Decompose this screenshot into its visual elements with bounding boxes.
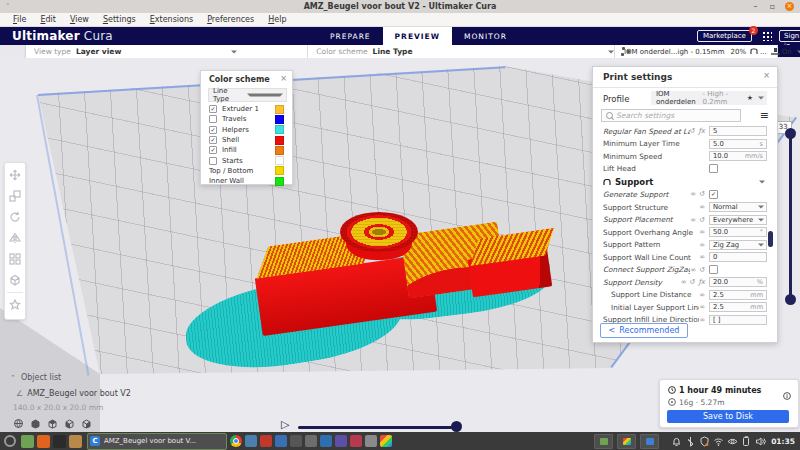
blue-app-icon[interactable]	[320, 435, 332, 447]
draw-app-icon[interactable]	[305, 435, 317, 447]
red-app-icon[interactable]	[260, 435, 272, 447]
menu-item-settings[interactable]: Settings	[96, 15, 143, 24]
fx-icon[interactable]: ƒx	[698, 127, 705, 135]
per-model-settings-icon[interactable]	[9, 253, 21, 265]
revert-icon[interactable]: ↺	[699, 266, 705, 274]
menu-item-help[interactable]: Help	[261, 15, 293, 24]
menu-item-preferences[interactable]: Preferences	[200, 15, 261, 24]
rotate-tool-icon[interactable]	[9, 211, 21, 223]
revert-icon[interactable]: ↺	[690, 127, 696, 135]
task-thumb-blue[interactable]	[640, 434, 659, 449]
scale-tool-icon[interactable]	[9, 190, 21, 202]
link-icon[interactable]: ∞	[699, 291, 705, 299]
simulation-slider[interactable]	[298, 426, 458, 429]
app-launcher-icon[interactable]	[4, 435, 16, 447]
taskbar-active-window[interactable]: C AMZ_Beugel voor bout V...	[87, 433, 227, 450]
battery-icon[interactable]	[741, 432, 752, 450]
menu-item-extensions[interactable]: Extensions	[143, 15, 200, 24]
search-settings-input[interactable]: Search settings	[601, 109, 741, 122]
setting-value[interactable]: 50.0°	[709, 227, 767, 237]
photos-app-icon[interactable]	[380, 435, 392, 447]
link-icon[interactable]: ∞	[681, 278, 687, 286]
setting-value[interactable]: 10.0mm/s	[709, 151, 767, 161]
line-type-dropdown[interactable]: Line Type	[208, 88, 287, 102]
checkbox-starts[interactable]	[209, 157, 217, 165]
orange-app-icon[interactable]	[37, 435, 50, 448]
close-icon[interactable]: ×	[763, 71, 770, 80]
checkbox-shell[interactable]: ✓	[209, 136, 217, 144]
bell-icon[interactable]	[671, 432, 682, 450]
view-top-icon[interactable]	[47, 418, 58, 429]
menu-item-view[interactable]: View	[63, 15, 96, 24]
link-icon[interactable]: ∞	[699, 203, 705, 211]
checkbox-extruder-1[interactable]: ✓	[209, 105, 217, 113]
setting-checkbox[interactable]: ✓	[709, 190, 718, 199]
save-to-disk-button[interactable]: Save to Disk	[667, 410, 789, 423]
fx-icon[interactable]: ƒx	[698, 278, 705, 286]
menu-item-edit[interactable]: Edit	[33, 15, 63, 24]
play-button[interactable]: ▷	[281, 418, 289, 431]
checkbox-travels[interactable]	[209, 115, 217, 123]
object-list-header[interactable]: ⌃Object list	[10, 373, 61, 382]
screens-app-icon[interactable]	[21, 435, 34, 448]
sign-in-button[interactable]: Sign in	[779, 30, 800, 42]
minimize-button[interactable]: –	[751, 2, 760, 11]
move-tool-icon[interactable]	[9, 169, 21, 181]
checkbox-infill[interactable]: ✓	[209, 146, 217, 154]
color-scheme-dropdown[interactable]: Line Type	[373, 47, 413, 56]
link-icon[interactable]: ∞	[699, 316, 705, 324]
link-icon[interactable]: ∞	[699, 253, 705, 261]
revert-icon[interactable]: ↺	[699, 216, 705, 224]
tab-preview[interactable]: PREVIEW	[383, 27, 452, 45]
chevron-down-icon[interactable]	[759, 180, 765, 186]
shield-icon[interactable]	[699, 432, 710, 450]
terminal-app-icon[interactable]	[53, 435, 66, 448]
setting-checkbox[interactable]	[709, 164, 718, 173]
setting-dropdown[interactable]: Zig Zag	[709, 240, 767, 250]
info-icon[interactable]	[783, 385, 791, 404]
marketplace-button[interactable]: Marketplace	[697, 30, 752, 42]
tab-prepare[interactable]: PREPARE	[318, 27, 383, 45]
raspberry-app-icon[interactable]	[350, 435, 362, 447]
close-button[interactable]: ×	[785, 2, 794, 11]
layer-slider-bottom-handle[interactable]	[785, 294, 796, 305]
pen-app-icon[interactable]	[365, 435, 377, 447]
grid-app-icon[interactable]	[290, 435, 302, 447]
link-icon[interactable]: ∞	[690, 216, 696, 224]
link-icon[interactable]: ∞	[699, 241, 705, 249]
setting-value[interactable]: [ ]	[709, 315, 767, 325]
object-list-item[interactable]: ∠AMZ_Beugel voor bout V2	[16, 389, 131, 398]
layer-slider[interactable]	[789, 133, 792, 299]
maximize-button[interactable]: ▫	[768, 2, 777, 11]
files-app-icon[interactable]	[69, 435, 82, 448]
chrome-icon[interactable]	[230, 435, 242, 447]
setting-value[interactable]: 2.5mm	[709, 302, 767, 312]
setting-value[interactable]: 5.0s	[709, 139, 767, 149]
task-thumb-photos[interactable]	[617, 434, 636, 449]
chevron-down-icon[interactable]	[231, 50, 237, 56]
setting-value[interactable]: 2.5mm	[709, 290, 767, 300]
wifi-icon[interactable]	[713, 432, 724, 450]
tab-monitor[interactable]: MONITOR	[452, 27, 519, 45]
view-left-icon[interactable]	[64, 418, 75, 429]
profile-dropdown[interactable]: IOM onderdelen - High - 0.2mm ★	[651, 91, 767, 105]
setting-value[interactable]: 20.0%	[709, 277, 767, 287]
application-switcher-icon[interactable]	[762, 31, 772, 41]
setting-value[interactable]: 0	[709, 252, 767, 262]
link-icon[interactable]: ∞	[690, 190, 696, 198]
link-icon[interactable]: ∞	[690, 266, 696, 274]
revert-icon[interactable]: ↺	[699, 190, 705, 198]
view-right-icon[interactable]	[81, 418, 92, 429]
bluetooth-icon[interactable]	[685, 432, 696, 450]
link-icon[interactable]: ∞	[699, 228, 705, 236]
settings-menu-icon[interactable]: ≡	[760, 109, 769, 122]
mail-app-icon[interactable]	[245, 435, 257, 447]
setting-dropdown[interactable]: Normal	[709, 202, 767, 212]
checkbox-helpers[interactable]: ✓	[209, 126, 217, 134]
simulation-slider-handle[interactable]	[451, 421, 462, 432]
mirror-tool-icon[interactable]	[9, 232, 21, 244]
menu-item-file[interactable]: File	[6, 15, 33, 24]
setting-value[interactable]: 5	[709, 126, 767, 136]
view-type-dropdown[interactable]: Layer view	[76, 47, 121, 56]
star-icon[interactable]: ★	[747, 94, 753, 102]
